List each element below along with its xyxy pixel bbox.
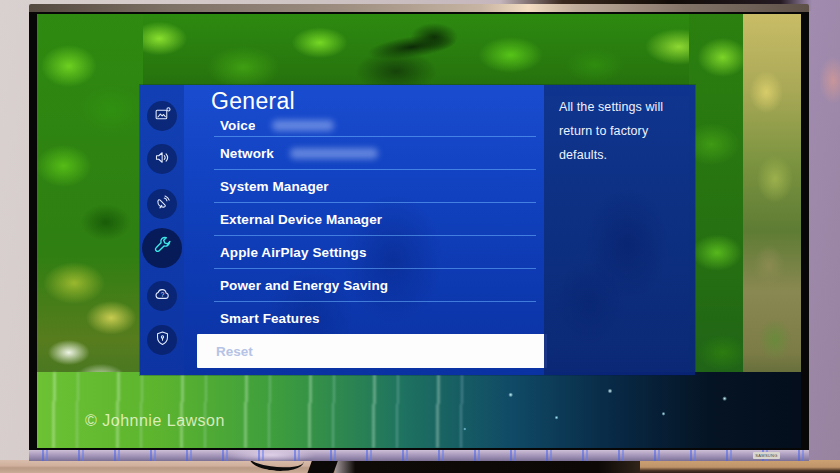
settings-menu-panel: General Voice Network System Manager Ext [184,85,544,375]
menu-item-power-and-energy-saving[interactable]: Power and Energy Saving [214,269,536,302]
stream-ripples [37,372,467,448]
menu-item-network[interactable]: Network [214,137,536,170]
svg-text:?: ? [160,290,164,297]
settings-sidebar: ? [140,85,184,375]
sidebar-item-support[interactable]: ? [147,281,177,311]
info-panel: All the settings will return to factory … [544,85,695,375]
tv-bottom-bezel [29,450,809,461]
broadcasting-icon [154,194,171,215]
tv-stand-leg [307,459,338,473]
photo-watermark: © Johnnie Lawson [85,412,225,430]
sidebar-item-general[interactable] [142,228,182,268]
samsung-logo: SAMSUNG [753,452,780,459]
sidebar-item-privacy[interactable] [147,325,177,355]
menu-item-voice[interactable]: Voice [214,114,536,137]
page-title: General [211,88,295,115]
sidebar-item-broadcasting[interactable] [147,189,177,219]
info-description: All the settings will return to factory … [559,96,681,167]
menu-item-smart-features[interactable]: Smart Features [214,302,536,335]
redacted-value [272,120,334,131]
tv-under-shadow [330,460,645,473]
table-right [640,460,840,473]
sound-icon [154,149,171,170]
menu-item-reset-selected[interactable]: Reset [197,334,547,368]
redacted-value [290,148,378,159]
settings-overlay: ? General Voice Network [140,85,695,375]
tv-screen: © Johnnie Lawson ? [37,14,801,448]
sidebar-item-picture[interactable] [147,101,177,131]
sidebar-item-sound[interactable] [147,144,177,174]
wrench-icon [152,236,173,261]
menu-item-system-manager[interactable]: System Manager [214,170,536,203]
privacy-shield-icon [154,330,171,351]
tv-photo: © Johnnie Lawson ? [0,0,840,473]
menu-item-apple-airplay-settings[interactable]: Apple AirPlay Settings [214,236,536,269]
picture-icon [154,106,171,127]
support-icon: ? [154,286,171,307]
menu-item-external-device-manager[interactable]: External Device Manager [214,203,536,236]
